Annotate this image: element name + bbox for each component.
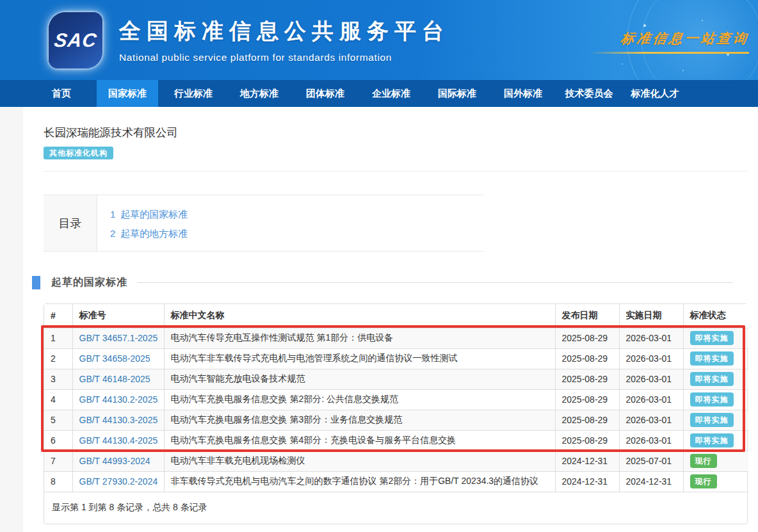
col-header-3: 发布日期 [555, 304, 619, 328]
standard-code-link[interactable]: GB/T 34657.1-2025 [79, 333, 158, 343]
slogan-underline [589, 52, 749, 54]
standard-code-link[interactable]: GB/T 44130.4-2025 [79, 435, 158, 446]
toc-list: 1起草的国家标准2起草的地方标准 [97, 195, 188, 251]
content-panel: 长园深瑞能源技术有限公司 其他标准化机构 目录 1起草的国家标准2起草的地方标准… [23, 107, 758, 532]
nav-item-9[interactable]: 标准化人才 [624, 80, 686, 107]
implement-date: 2026-03-01 [619, 430, 683, 451]
table-row: 4GB/T 44130.2-2025电动汽车充换电服务信息交换 第2部分: 公共… [44, 389, 748, 410]
nav-item-1[interactable]: 国家标准 [97, 80, 158, 107]
col-header-5: 标准状态 [683, 304, 748, 328]
nav-item-6[interactable]: 国际标准 [426, 80, 488, 107]
nav-item-2[interactable]: 行业标准 [163, 80, 224, 107]
table-row: 3GB/T 46148-2025电动汽车智能充放电设备技术规范2025-08-2… [44, 369, 748, 389]
standard-name: 非车载传导式充电机与电动汽车之间的数字通信协议 第2部分：用于GB/T 2023… [164, 471, 555, 492]
toc-link-0[interactable]: 1起草的国家标准 [110, 205, 188, 224]
nav-item-3[interactable]: 地方标准 [229, 80, 290, 107]
nav-item-8[interactable]: 技术委员会 [558, 80, 620, 107]
status-badge: 即将实施 [690, 413, 734, 427]
section-divider-line [138, 282, 733, 283]
toc-label: 目录 [44, 195, 97, 251]
standard-name: 电动汽车非车载传导式充电机与电池管理系统之间的通信协议一致性测试 [164, 348, 555, 369]
col-header-0: # [44, 304, 72, 328]
status-badge: 即将实施 [690, 392, 734, 407]
publish-date: 2024-12-31 [555, 451, 619, 471]
sac-logo[interactable]: SAC [49, 12, 102, 69]
row-index: 1 [44, 328, 72, 348]
main-nav: 首页国家标准行业标准地方标准团体标准企业标准国际标准国外标准技术委员会标准化人才 [0, 80, 758, 107]
publish-date: 2025-08-29 [555, 410, 619, 430]
standard-code-link[interactable]: GB/T 46148-2025 [79, 374, 150, 384]
site-title: 全国标准信息公共服务平台 [119, 17, 449, 46]
table-row: 8GB/T 27930.2-2024非车载传导式充电机与电动汽车之间的数字通信协… [44, 471, 748, 492]
standard-code-link[interactable]: GB/T 44993-2024 [79, 456, 150, 466]
implement-date: 2026-03-01 [619, 348, 683, 369]
table-body: 1GB/T 34657.1-2025电动汽车传导充电互操作性测试规范 第1部分：… [44, 328, 748, 492]
implement-date: 2025-07-01 [619, 451, 683, 471]
row-index: 4 [44, 389, 72, 410]
site-header: SAC 全国标准信息公共服务平台 National public service… [0, 0, 758, 80]
standard-name: 电动汽车充换电服务信息交换 第4部分：充换电设备与服务平台信息交换 [164, 430, 555, 451]
status-badge: 即将实施 [690, 331, 734, 345]
implement-date: 2026-03-01 [619, 369, 683, 389]
row-index: 5 [44, 410, 72, 430]
nav-item-7[interactable]: 国外标准 [492, 80, 554, 107]
company-type-badge: 其他标准化机构 [44, 147, 113, 159]
table-row: 5GB/T 44130.3-2025电动汽车充换电服务信息交换 第3部分：业务信… [44, 410, 748, 430]
standard-name: 电动汽车智能充放电设备技术规范 [164, 369, 555, 389]
header-divider [44, 171, 748, 172]
publish-date: 2024-12-31 [555, 471, 619, 492]
status-badge: 即将实施 [690, 433, 734, 447]
standard-name: 电动汽车非车载充电机现场检测仪 [164, 451, 555, 471]
standard-code-link[interactable]: GB/T 34658-2025 [79, 353, 150, 364]
publish-date: 2025-08-29 [555, 369, 619, 389]
table-row: 6GB/T 44130.4-2025电动汽车充换电服务信息交换 第4部分：充换电… [44, 430, 748, 451]
publish-date: 2025-08-29 [555, 430, 619, 451]
records-summary: 显示第 1 到第 8 条记录，总共 8 条记录 [44, 492, 747, 524]
col-header-4: 实施日期 [619, 304, 683, 328]
nav-item-4[interactable]: 团体标准 [294, 80, 356, 107]
toc-block: 目录 1起草的国家标准2起草的地方标准 [44, 195, 483, 252]
nav-item-0[interactable]: 首页 [31, 80, 92, 107]
standard-name: 电动汽车充换电服务信息交换 第3部分：业务信息交换规范 [164, 410, 555, 430]
sac-logo-text: SAC [52, 29, 98, 51]
row-index: 8 [44, 471, 72, 492]
section-header: 起草的国家标准 [44, 276, 748, 289]
table-header-row: #标准号标准中文名称发布日期实施日期标准状态 [44, 304, 748, 328]
nav-item-5[interactable]: 企业标准 [360, 80, 422, 107]
row-index: 7 [44, 451, 72, 471]
standards-table: #标准号标准中文名称发布日期实施日期标准状态 1GB/T 34657.1-202… [44, 304, 748, 492]
implement-date: 2026-03-01 [619, 328, 683, 348]
status-badge: 现行 [690, 454, 717, 468]
row-index: 6 [44, 430, 72, 451]
table-row: 7GB/T 44993-2024电动汽车非车载充电机现场检测仪2024-12-3… [44, 451, 748, 471]
standard-name: 电动汽车传导充电互操作性测试规范 第1部分：供电设备 [164, 328, 555, 348]
implement-date: 2026-03-01 [619, 389, 683, 410]
toc-link-1[interactable]: 2起草的地方标准 [110, 224, 188, 243]
company-name: 长园深瑞能源技术有限公司 [44, 107, 748, 140]
col-header-1: 标准号 [72, 304, 164, 328]
status-badge: 现行 [690, 474, 717, 488]
publish-date: 2025-08-29 [555, 328, 619, 348]
status-badge: 即将实施 [690, 372, 734, 386]
site-subtitle: National public service platform for sta… [119, 52, 449, 63]
standard-code-link[interactable]: GB/T 27930.2-2024 [79, 476, 158, 487]
publish-date: 2025-08-29 [555, 348, 619, 369]
standard-code-link[interactable]: GB/T 44130.2-2025 [79, 394, 158, 405]
standard-code-link[interactable]: GB/T 44130.3-2025 [79, 415, 158, 425]
slogan-text: 标准信息一站查询 [588, 29, 750, 47]
section-title: 起草的国家标准 [51, 276, 127, 289]
table-row: 2GB/T 34658-2025电动汽车非车载传导式充电机与电池管理系统之间的通… [44, 348, 748, 369]
publish-date: 2025-08-29 [555, 389, 619, 410]
standards-table-wrapper: #标准号标准中文名称发布日期实施日期标准状态 1GB/T 34657.1-202… [44, 303, 748, 524]
row-index: 2 [44, 348, 72, 369]
status-badge: 即将实施 [690, 351, 734, 366]
implement-date: 2026-03-01 [619, 410, 683, 430]
standard-name: 电动汽车充换电服务信息交换 第2部分: 公共信息交换规范 [164, 389, 555, 410]
row-index: 3 [44, 369, 72, 389]
table-row: 1GB/T 34657.1-2025电动汽车传导充电互操作性测试规范 第1部分：… [44, 328, 748, 348]
implement-date: 2024-12-31 [619, 471, 683, 492]
section-marker-icon [32, 276, 40, 289]
col-header-2: 标准中文名称 [164, 304, 555, 328]
